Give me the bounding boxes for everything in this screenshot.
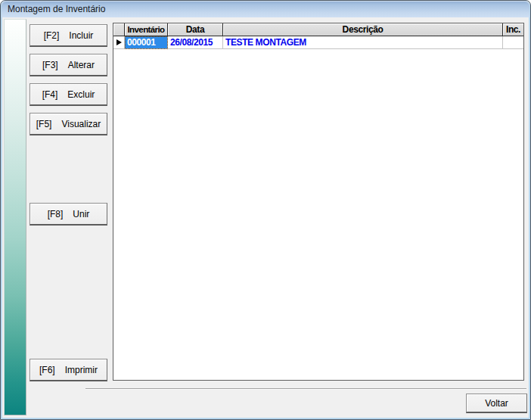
imprimir-button-label: Imprimir bbox=[65, 365, 98, 375]
cell-descricao[interactable]: TESTE MONTAGEM bbox=[223, 36, 503, 49]
imprimir-button-key: [F6] bbox=[39, 365, 55, 375]
cell-inc[interactable] bbox=[503, 36, 523, 49]
window-title: Montagem de Inventário bbox=[8, 4, 105, 14]
grid-header-indicator-cell bbox=[113, 23, 125, 36]
gradient-side-strip bbox=[4, 19, 26, 415]
grid-header-inventario[interactable]: Inventário bbox=[125, 23, 168, 36]
row-indicator-cell bbox=[113, 36, 125, 49]
unir-button-label: Unir bbox=[73, 209, 89, 219]
grid-header-row: Inventário Data Descrição Inc. bbox=[113, 23, 523, 36]
alterar-button-label: Alterar bbox=[68, 60, 95, 70]
alterar-button[interactable]: [F3] Alterar bbox=[30, 54, 107, 76]
incluir-button-key: [F2] bbox=[44, 30, 60, 41]
visualizar-button-label: Visualizar bbox=[61, 119, 101, 129]
incluir-button-label: Incluir bbox=[69, 30, 93, 41]
app-window: Montagem de Inventário [F2] Incluir [F3]… bbox=[0, 0, 531, 420]
unir-button-key: [F8] bbox=[48, 209, 64, 219]
excluir-button-label: Excluir bbox=[67, 89, 95, 100]
client-area: [F2] Incluir [F3] Alterar [F4] Excluir [… bbox=[3, 17, 528, 417]
imprimir-button[interactable]: [F6] Imprimir bbox=[30, 359, 107, 381]
visualizar-button-key: [F5] bbox=[36, 119, 52, 129]
visualizar-button[interactable]: [F5] Visualizar bbox=[30, 113, 107, 135]
grid-header-data[interactable]: Data bbox=[168, 23, 223, 36]
unir-button[interactable]: [F8] Unir bbox=[30, 203, 107, 226]
inventory-grid[interactable]: Inventário Data Descrição Inc. 000001 26… bbox=[113, 23, 524, 381]
voltar-button[interactable]: Voltar bbox=[466, 394, 527, 413]
cell-data[interactable]: 26/08/2015 bbox=[168, 36, 223, 49]
table-row[interactable]: 000001 26/08/2015 TESTE MONTAGEM bbox=[113, 36, 523, 49]
voltar-button-label: Voltar bbox=[485, 398, 508, 409]
excluir-button-key: [F4] bbox=[42, 89, 58, 100]
excluir-button[interactable]: [F4] Excluir bbox=[30, 83, 107, 106]
grid-header-descricao[interactable]: Descrição bbox=[223, 23, 503, 36]
alterar-button-key: [F3] bbox=[42, 60, 58, 70]
incluir-button[interactable]: [F2] Incluir bbox=[30, 24, 107, 47]
footer-divider bbox=[85, 388, 526, 390]
current-row-indicator-icon bbox=[116, 39, 122, 45]
title-bar[interactable]: Montagem de Inventário bbox=[2, 1, 529, 17]
cell-inventario[interactable]: 000001 bbox=[125, 36, 168, 49]
grid-header-inc[interactable]: Inc. bbox=[503, 23, 523, 36]
